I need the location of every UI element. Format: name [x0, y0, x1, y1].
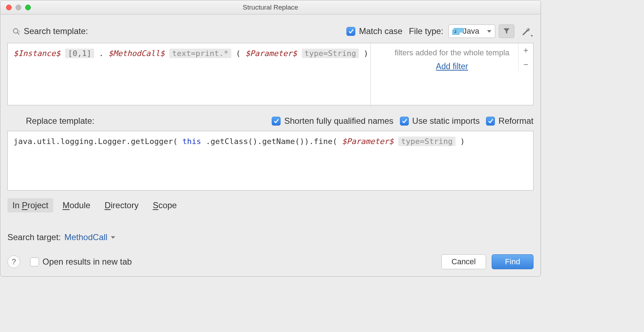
- chevron-down-icon: [487, 30, 491, 33]
- titlebar: Structural Replace: [0, 0, 541, 15]
- scope-tab-in-project[interactable]: In Project: [7, 198, 53, 212]
- wrench-icon: [521, 26, 531, 37]
- code-text: ): [460, 137, 465, 146]
- remove-filter-button[interactable]: −: [519, 57, 533, 72]
- variable-token: $MethodCall$: [108, 49, 165, 58]
- code-text: ): [364, 49, 368, 58]
- keyword-token: this: [182, 137, 201, 146]
- open-results-checkbox[interactable]: Open results in new tab: [30, 257, 132, 267]
- filter-hint-text: filters added for the whole templa: [374, 48, 530, 57]
- count-badge: [0,1]: [65, 49, 94, 58]
- search-target-dropdown[interactable]: MethodCall: [64, 232, 115, 242]
- search-target-label: Search target:: [7, 232, 61, 242]
- match-case-checkbox[interactable]: Match case: [346, 26, 402, 36]
- filter-button[interactable]: [499, 24, 514, 38]
- tools-button[interactable]: [518, 24, 533, 38]
- file-type-value: Java: [463, 27, 479, 36]
- scope-tab-directory[interactable]: Directory: [100, 198, 143, 212]
- variable-token: $Instance$: [13, 49, 60, 58]
- add-filter-button[interactable]: +: [519, 43, 533, 57]
- code-text: .getClass().getName()).fine(: [206, 137, 337, 146]
- match-case-label: Match case: [359, 26, 402, 36]
- filter-badge: type=String: [302, 49, 359, 58]
- file-type-combo[interactable]: J Java: [448, 24, 495, 38]
- chevron-down-icon: [531, 35, 532, 37]
- cancel-button[interactable]: Cancel: [441, 254, 486, 269]
- filter-panel: filters added for the whole templa Add f…: [371, 43, 533, 105]
- variable-token: $Parameter$: [245, 49, 297, 58]
- svg-line-1: [17, 33, 19, 35]
- search-template-label: Search template:: [24, 26, 88, 36]
- help-button[interactable]: ?: [7, 255, 20, 268]
- code-text: (: [236, 49, 241, 58]
- scope-tab-module[interactable]: Module: [57, 198, 95, 212]
- reformat-checkbox[interactable]: Reformat: [486, 116, 533, 126]
- replace-template-editor[interactable]: java.util.logging.Logger.getLogger( this…: [7, 131, 533, 190]
- filter-badge: text=print.*: [169, 49, 231, 58]
- java-file-icon: J: [452, 28, 459, 35]
- window-title: Structural Replace: [0, 4, 541, 11]
- code-text: java.util.logging.Logger.getLogger(: [13, 137, 178, 146]
- add-filter-link[interactable]: Add filter: [436, 62, 468, 71]
- shorten-fqn-checkbox[interactable]: Shorten fully qualified names: [272, 116, 393, 126]
- replace-template-label: Replace template:: [26, 116, 94, 126]
- search-template-editor[interactable]: $Instance$ [0,1] . $MethodCall$ text=pri…: [8, 43, 371, 105]
- file-type-label: File type:: [409, 26, 443, 36]
- scope-tab-scope[interactable]: Scope: [148, 198, 182, 212]
- static-imports-checkbox[interactable]: Use static imports: [400, 116, 480, 126]
- svg-point-0: [13, 29, 18, 33]
- chevron-down-icon: [111, 236, 115, 239]
- search-icon: [12, 28, 19, 35]
- code-text: .: [99, 49, 103, 58]
- filter-badge: type=String: [398, 137, 456, 146]
- funnel-icon: [503, 27, 510, 36]
- variable-token: $Parameter$: [342, 137, 394, 146]
- find-button[interactable]: Find: [492, 254, 533, 269]
